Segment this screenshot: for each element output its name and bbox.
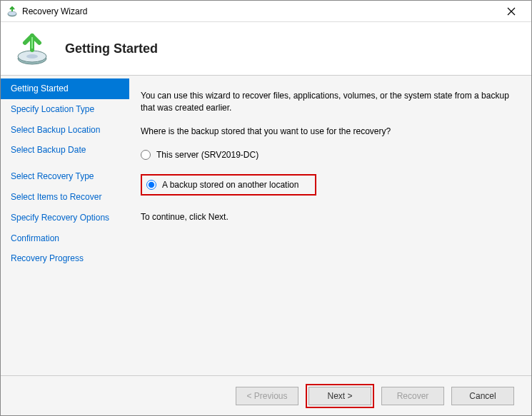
sidebar-item-label: Select Backup Date [11, 145, 86, 155]
sidebar-item-label: Specify Location Type [11, 104, 94, 114]
sidebar-item-label: Getting Started [11, 83, 69, 93]
continue-text: To continue, click Next. [141, 211, 510, 223]
previous-button[interactable]: < Previous [236, 387, 298, 405]
sidebar-item-label: Select Backup Location [11, 125, 100, 135]
radio-this-server[interactable] [141, 150, 151, 160]
recovery-wizard-window: Recovery Wizard Getting Started Getting … [0, 0, 532, 416]
sidebar-item-label: Specify Recovery Options [11, 213, 109, 223]
next-button[interactable]: Next > [308, 387, 371, 405]
titlebar: Recovery Wizard [1, 1, 531, 22]
sidebar-item-specify-location-type[interactable]: Specify Location Type [1, 99, 129, 120]
sidebar-item-specify-recovery-options[interactable]: Specify Recovery Options [1, 208, 129, 228]
radio-label-this-server: This server (SRV2019-DC) [156, 150, 259, 160]
sidebar-item-select-backup-location[interactable]: Select Backup Location [1, 120, 129, 141]
svg-point-4 [26, 54, 38, 59]
intro-text: You can use this wizard to recover files… [141, 90, 510, 114]
page-title: Getting Started [65, 41, 158, 56]
radio-another-location[interactable] [146, 180, 156, 190]
sidebar-item-select-recovery-type[interactable]: Select Recovery Type [1, 166, 129, 187]
recover-button[interactable]: Recover [381, 387, 444, 405]
sidebar-item-label: Select Items to Recover [11, 192, 101, 202]
sidebar-item-label: Select Recovery Type [11, 171, 94, 181]
content-pane: You can use this wizard to recover files… [129, 76, 531, 375]
app-icon [6, 6, 18, 17]
question-text: Where is the backup stored that you want… [141, 126, 510, 138]
sidebar-item-getting-started[interactable]: Getting Started [1, 78, 129, 99]
sidebar-item-label: Confirmation [11, 233, 59, 243]
wizard-header: Getting Started [1, 22, 531, 76]
sidebar-item-confirmation[interactable]: Confirmation [1, 228, 129, 249]
next-button-highlight: Next > [306, 384, 374, 408]
sidebar-item-recovery-progress[interactable]: Recovery Progress [1, 248, 129, 269]
wizard-footer: < Previous Next > Recover Cancel [1, 375, 531, 415]
sidebar-item-select-items-to-recover[interactable]: Select Items to Recover [1, 187, 129, 208]
option-another-location[interactable]: A backup stored on another location [146, 178, 298, 191]
svg-point-1 [8, 11, 16, 16]
window-title: Recovery Wizard [22, 6, 497, 16]
option-this-server[interactable]: This server (SRV2019-DC) [141, 148, 510, 161]
sidebar: Getting Started Specify Location Type Se… [1, 76, 129, 375]
sidebar-item-select-backup-date[interactable]: Select Backup Date [1, 140, 129, 161]
option-another-location-highlight: A backup stored on another location [141, 174, 316, 196]
wizard-body: Getting Started Specify Location Type Se… [1, 76, 531, 375]
sidebar-item-label: Recovery Progress [11, 253, 84, 263]
wizard-icon [15, 31, 49, 66]
cancel-button[interactable]: Cancel [451, 387, 514, 405]
radio-label-another-location: A backup stored on another location [162, 180, 298, 190]
close-button[interactable] [497, 1, 526, 21]
